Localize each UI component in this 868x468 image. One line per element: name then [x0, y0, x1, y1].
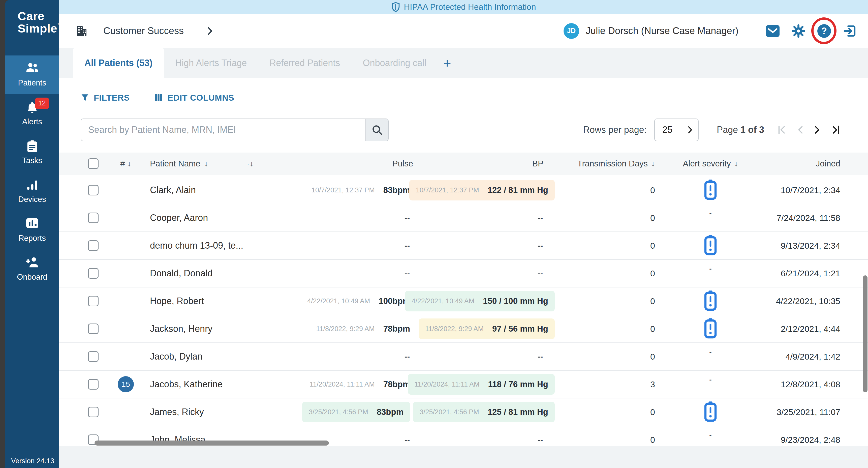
table-row[interactable]: Donald, Donald----0-6/21/2024, 1:21 — [59, 260, 868, 288]
patient-name[interactable]: Jackson, Henry — [144, 315, 244, 343]
patient-name[interactable]: James, Ricky — [144, 399, 244, 426]
gear-icon[interactable] — [792, 24, 806, 38]
joined-date: 9/23/2024, 2:48 — [764, 426, 868, 446]
sidebar-item-onboard[interactable]: Onboard — [5, 250, 59, 289]
next-page-icon[interactable] — [814, 125, 820, 135]
header-transmission-days[interactable]: Transmission Days↓ — [557, 159, 657, 169]
select-all-checkbox[interactable] — [88, 158, 98, 169]
sort-arrow-icon: ↓ — [249, 159, 253, 168]
edit-columns-button[interactable]: EDIT COLUMNS — [154, 93, 235, 103]
sign-out-icon[interactable] — [843, 24, 857, 38]
tab-all-patients-53[interactable]: All Patients (53) — [73, 48, 164, 78]
no-alert-dash: - — [709, 376, 712, 384]
user-name: Julie Dorsch (Nurse Case Manager) — [586, 26, 739, 36]
patient-name[interactable]: Donald, Donald — [144, 260, 244, 287]
empty-value: -- — [404, 241, 410, 250]
page-value: 1 of 3 — [741, 124, 764, 135]
tab-referred-patients[interactable]: Referred Patients — [258, 48, 351, 78]
empty-value: -- — [404, 436, 410, 444]
bp-value: 150 / 100 mm Hg — [483, 296, 548, 306]
previous-page-icon[interactable] — [797, 125, 804, 135]
row-checkbox[interactable] — [88, 185, 98, 196]
add-tab-button[interactable]: + — [438, 48, 457, 78]
joined-date: 7/24/2024, 11:58 — [764, 204, 868, 232]
row-checkbox[interactable] — [88, 407, 98, 417]
row-checkbox[interactable] — [88, 296, 98, 306]
table-row[interactable]: Clark, Alain10/7/2021, 12:37 PM83bpm10/7… — [59, 176, 868, 204]
patient-name[interactable]: Cooper, Aaron — [144, 204, 244, 232]
search-input[interactable] — [81, 119, 366, 141]
signal-bars-icon — [27, 179, 38, 192]
battery-alert-icon[interactable] — [704, 179, 717, 201]
row-checkbox[interactable] — [88, 351, 98, 362]
table-toolbar: FILTERS EDIT COLUMNS — [81, 89, 234, 106]
header-truncated-column[interactable]: '↓ — [244, 159, 257, 169]
table-row[interactable]: Jacob, Dylan----0-4/9/2024, 1:42 — [59, 343, 868, 371]
sidebar-item-tasks[interactable]: Tasks — [5, 133, 59, 172]
header-patient-name[interactable]: Patient Name↓ — [144, 159, 244, 169]
first-page-icon[interactable] — [777, 125, 786, 135]
bp-value: 122 / 81 mm Hg — [488, 185, 548, 195]
patient-name[interactable]: Jacobs, Katherine — [144, 371, 244, 398]
mail-icon[interactable] — [766, 24, 780, 38]
sidebar-item-patients[interactable]: Patients — [5, 56, 59, 94]
tab-high-alerts-triage[interactable]: High Alerts Triage — [164, 48, 258, 78]
horizontal-scrollbar[interactable] — [94, 440, 329, 445]
tab-onboarding-call[interactable]: Onboarding call — [351, 48, 437, 78]
patient-name[interactable]: Hope, Robert — [144, 288, 244, 315]
chevron-right-icon[interactable] — [207, 27, 213, 35]
bp-value: 97 / 56 mm Hg — [492, 324, 548, 333]
vertical-scrollbar[interactable] — [863, 275, 868, 392]
battery-alert-icon[interactable] — [704, 235, 717, 257]
battery-alert-icon[interactable] — [704, 318, 717, 340]
patient-name[interactable]: Jacob, Dylan — [144, 343, 244, 370]
pulse-value: 83bpm — [383, 185, 410, 195]
joined-date: 12/8/2021, 4:08 — [764, 371, 868, 398]
header-pulse[interactable]: Pulse — [257, 159, 413, 169]
table-row[interactable]: 15Jacobs, Katherine11/20/2024, 11:11 AM7… — [59, 371, 868, 399]
row-checkbox[interactable] — [88, 323, 98, 334]
measurement-timestamp: 3/25/2021, 4:56 PM — [309, 408, 368, 416]
breadcrumb: Customer Success — [103, 26, 184, 36]
header-number[interactable]: #↓ — [108, 159, 144, 169]
top-bar: Customer Success JD Julie Dorsch (Nurse … — [59, 14, 868, 48]
measurement-timestamp: 11/8/2022, 9:29 AM — [425, 325, 484, 333]
help-icon[interactable] — [817, 24, 831, 38]
avatar[interactable]: JD — [563, 23, 579, 39]
last-page-icon[interactable] — [831, 125, 840, 135]
patient-name[interactable]: demo chum 13-09, te... — [144, 232, 244, 259]
table-row[interactable]: Hope, Robert4/22/2021, 10:49 AM100bpm4/2… — [59, 288, 868, 315]
table-row[interactable]: James, Ricky3/25/2021, 4:56 PM83bpm3/25/… — [59, 399, 868, 426]
patient-name[interactable]: Clark, Alain — [144, 176, 244, 204]
header-alert-severity[interactable]: Alert severity↓ — [657, 159, 764, 169]
question-mark-icon — [817, 24, 831, 38]
row-checkbox[interactable] — [88, 240, 98, 251]
row-checkbox[interactable] — [88, 379, 98, 389]
battery-alert-icon[interactable] — [704, 401, 717, 423]
bp-chip: 4/22/2021, 10:49 AM150 / 100 mm Hg — [405, 291, 555, 312]
transmission-days-value: 0 — [557, 204, 657, 232]
header-joined[interactable]: Joined — [764, 159, 868, 169]
table-row[interactable]: Cooper, Aaron----0-7/24/2024, 11:58 — [59, 204, 868, 232]
sidebar-item-devices[interactable]: Devices — [5, 172, 59, 211]
rows-per-page-select[interactable]: 25 — [654, 118, 699, 141]
rows-per-page-label: Rows per page: — [583, 124, 647, 135]
empty-value: -- — [537, 352, 543, 361]
row-checkbox[interactable] — [88, 268, 98, 279]
row-checkbox[interactable] — [88, 212, 98, 223]
filters-button[interactable]: FILTERS — [81, 93, 130, 103]
table-row[interactable]: Jackson, Henry11/8/2022, 9:29 AM78bpm11/… — [59, 315, 868, 343]
main-area: HIPAA Protected Health Information Custo… — [59, 0, 868, 468]
pulse-chip: 3/25/2021, 4:56 PM83bpm — [302, 402, 410, 422]
sidebar-item-alerts[interactable]: 12Alerts — [5, 94, 59, 133]
sidebar-nav: Patients12AlertsTasksDevicesReportsOnboa… — [5, 56, 59, 289]
search-button[interactable] — [366, 119, 388, 141]
search-icon — [371, 124, 383, 136]
joined-date: 6/21/2024, 1:21 — [764, 260, 868, 287]
table-row[interactable]: demo chum 13-09, te...----09/13/2024, 2:… — [59, 232, 868, 260]
battery-alert-icon[interactable] — [704, 290, 717, 312]
sidebar-item-reports[interactable]: Reports — [5, 211, 59, 250]
header-bp[interactable]: BP — [413, 159, 557, 169]
organization-icon[interactable] — [75, 25, 88, 37]
filters-label: FILTERS — [94, 93, 130, 103]
